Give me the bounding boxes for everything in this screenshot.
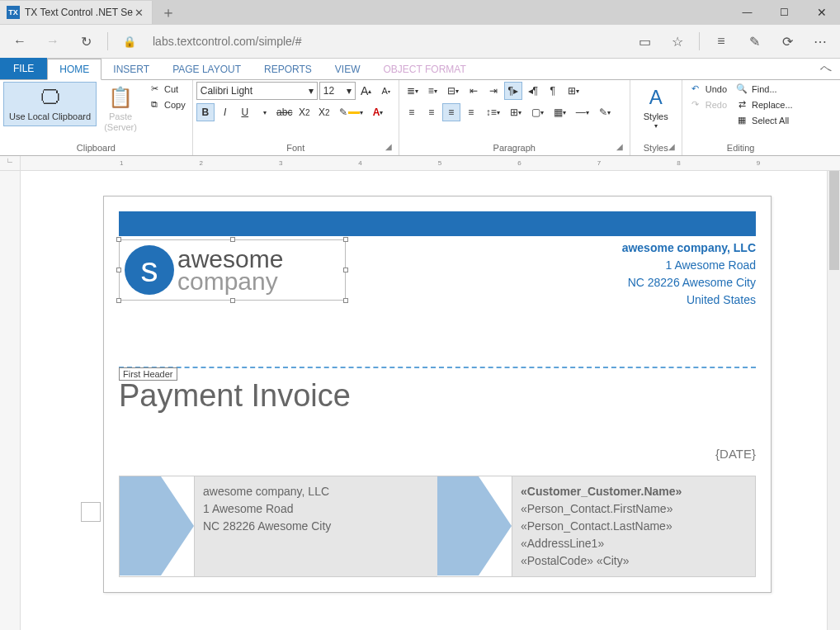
cut-button[interactable]: ✂Cut <box>144 82 189 96</box>
window-close-button[interactable]: ✕ <box>803 0 840 25</box>
styles-button[interactable]: A Styles ▾ <box>634 82 678 135</box>
date-field[interactable]: {DATE} <box>119 447 756 461</box>
use-local-clipboard-button[interactable]: 🖵 Use Local Clipboard <box>3 82 97 126</box>
frame-color-button[interactable]: ✎▾ <box>595 103 615 121</box>
styles-dialog-launcher[interactable]: ◢ <box>668 142 675 151</box>
address-table[interactable]: awesome company, LLC 1 Awesome Road NC 2… <box>119 476 756 577</box>
reading-view-icon[interactable]: ▭ <box>630 26 659 56</box>
underline-more-icon[interactable]: ▾ <box>256 103 274 121</box>
header-blue-bar <box>119 211 756 236</box>
align-left-button[interactable]: ≡ <box>403 103 421 121</box>
first-header-badge[interactable]: First Header <box>119 367 177 381</box>
align-right-button[interactable]: ≡ <box>442 103 460 121</box>
font-family-select[interactable]: Calibri Light▾ <box>196 82 318 100</box>
replace-icon: ⇄ <box>735 99 748 110</box>
copy-icon: ⧉ <box>148 99 161 110</box>
tab-home[interactable]: HOME <box>47 59 101 80</box>
vertical-scrollbar[interactable] <box>827 171 840 630</box>
merge-field[interactable]: «Customer_Customer.Name» <box>521 483 747 500</box>
share-icon[interactable]: ⟳ <box>772 26 802 56</box>
ltr-button[interactable]: ¶▸ <box>504 82 522 100</box>
sort-button[interactable]: ⊞▾ <box>564 82 583 100</box>
page[interactable]: s awesome company awesome company, LLC 1… <box>103 196 772 593</box>
control-chars-button[interactable]: ¶ <box>544 82 562 100</box>
grow-font-button[interactable]: A▴ <box>357 82 375 100</box>
merge-field[interactable]: «Person_Contact.LastName» <box>521 518 747 535</box>
invoice-title[interactable]: Payment Invoice <box>119 378 756 414</box>
company-address[interactable]: awesome company, LLC 1 Awesome Road NC 2… <box>622 239 756 309</box>
justify-button[interactable]: ≡ <box>462 103 480 121</box>
svg-marker-0 <box>120 476 194 576</box>
group-clipboard: 🖵 Use Local Clipboard 📋 Paste (Server) ✂… <box>0 80 193 155</box>
copy-button[interactable]: ⧉Copy <box>144 97 189 111</box>
align-center-button[interactable]: ≡ <box>422 103 441 121</box>
sender-cell[interactable]: awesome company, LLC 1 Awesome Road NC 2… <box>194 476 437 576</box>
frame-style-button[interactable]: —▾ <box>572 103 593 121</box>
new-tab-button[interactable]: ＋ <box>153 2 184 22</box>
shrink-font-button[interactable]: A▾ <box>377 82 395 100</box>
find-button[interactable]: 🔍Find... <box>732 82 796 96</box>
undo-button[interactable]: ↶Undo <box>686 82 730 96</box>
highlight-button[interactable]: ✎▾ <box>335 103 367 121</box>
line-spacing-button[interactable]: ↕≡▾ <box>482 103 504 121</box>
group-paragraph: ≣▾ ≡▾ ⊟▾ ⇤ ⇥ ¶▸ ◂¶ ¶ ⊞▾ ≡ ≡ ≡ ≡ ↕≡▾ ⊞▾ <box>399 80 630 155</box>
refresh-button[interactable]: ↻ <box>71 26 101 56</box>
paste-icon: 📋 <box>108 86 133 110</box>
document-viewport[interactable]: s awesome company awesome company, LLC 1… <box>21 171 827 630</box>
tab-page-layout[interactable]: PAGE LAYOUT <box>161 59 252 79</box>
margin-indicator <box>81 502 101 522</box>
back-button[interactable]: ← <box>5 26 35 56</box>
scrollbar-thumb[interactable] <box>829 171 839 270</box>
decrease-indent-button[interactable]: ⇤ <box>465 82 483 100</box>
multilevel-button[interactable]: ⊟▾ <box>443 82 463 100</box>
file-tab[interactable]: FILE <box>0 58 47 79</box>
superscript-button[interactable]: X2 <box>315 103 333 121</box>
tab-view[interactable]: VIEW <box>323 59 372 79</box>
font-size-select[interactable]: 12▾ <box>319 82 356 100</box>
font-dialog-launcher[interactable]: ◢ <box>385 142 392 151</box>
bullets-button[interactable]: ≣▾ <box>403 82 422 100</box>
redo-button[interactable]: ↷Redo <box>686 97 730 111</box>
increase-indent-button[interactable]: ⇥ <box>484 82 503 100</box>
paragraph-dialog-launcher[interactable]: ◢ <box>616 142 623 151</box>
browser-tab[interactable]: TX TX Text Control .NET Se ✕ <box>0 1 153 24</box>
merge-field[interactable]: «AddressLine1» <box>521 535 747 552</box>
ribbon-collapse-icon[interactable]: へ <box>812 58 840 79</box>
numbering-button[interactable]: ≡▾ <box>424 82 441 100</box>
forward-button[interactable]: → <box>38 26 68 56</box>
select-all-icon: ▦ <box>735 115 748 126</box>
horizontal-ruler[interactable]: 1 2 3 4 5 6 7 8 9 <box>21 156 760 171</box>
tab-close-icon[interactable]: ✕ <box>133 7 145 19</box>
italic-button[interactable]: I <box>216 103 234 121</box>
borders-button[interactable]: ⊞▾ <box>506 103 526 121</box>
subscript-button[interactable]: X2 <box>295 103 314 121</box>
notes-icon[interactable]: ✎ <box>739 26 769 56</box>
ruler-corner: ∟ <box>0 156 21 170</box>
recipient-cell[interactable]: «Customer_Customer.Name» «Person_Contact… <box>512 476 755 576</box>
shading-button[interactable]: ▢▾ <box>527 103 548 121</box>
logo-frame[interactable]: s awesome company <box>119 239 346 301</box>
merge-field[interactable]: «PostalCode» «City» <box>521 552 747 570</box>
rtl-button[interactable]: ◂¶ <box>524 82 542 100</box>
frame-button[interactable]: ▦▾ <box>550 103 570 121</box>
select-all-button[interactable]: ▦Select All <box>732 113 796 127</box>
window-minimize-button[interactable]: — <box>729 0 766 25</box>
hub-icon[interactable]: ≡ <box>706 26 736 56</box>
tab-reports[interactable]: REPORTS <box>252 59 323 79</box>
paste-button[interactable]: 📋 Paste (Server) <box>98 82 143 137</box>
tab-insert[interactable]: INSERT <box>101 59 161 79</box>
replace-button[interactable]: ⇄Replace... <box>732 97 796 111</box>
font-color-button[interactable]: A▾ <box>369 103 388 121</box>
underline-button[interactable]: U <box>236 103 254 121</box>
window-maximize-button[interactable]: ☐ <box>766 0 803 25</box>
vertical-ruler[interactable] <box>0 171 21 630</box>
more-icon[interactable]: ⋯ <box>805 26 835 56</box>
tab-object-format[interactable]: OBJECT FORMAT <box>372 59 478 79</box>
strike-button[interactable]: abc <box>276 103 294 121</box>
browser-chrome: TX TX Text Control .NET Se ✕ ＋ — ☐ ✕ ← →… <box>0 0 840 59</box>
favorites-icon[interactable]: ☆ <box>663 26 692 56</box>
merge-field[interactable]: «Person_Contact.FirstName» <box>521 500 747 518</box>
cut-icon: ✂ <box>148 83 161 94</box>
bold-button[interactable]: B <box>196 103 215 121</box>
url-input[interactable]: labs.labs.textcontrol.comtextcontrol.com… <box>148 35 626 48</box>
